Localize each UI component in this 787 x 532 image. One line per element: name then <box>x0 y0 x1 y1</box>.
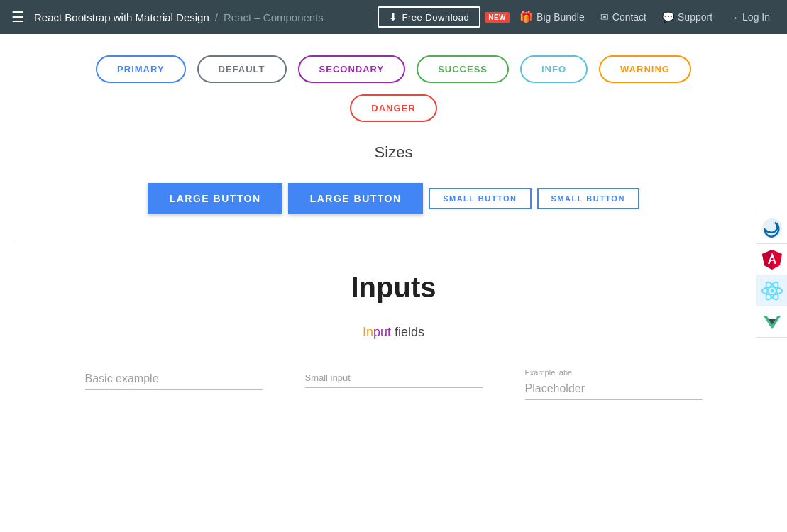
small-input[interactable] <box>305 368 483 388</box>
big-bundle-link[interactable]: 🎁 Big Bundle <box>514 8 590 26</box>
subtitle-put: put <box>373 325 391 339</box>
sizes-row: LARGE BUTTON LARGE BUTTON SMALL BUTTON S… <box>14 183 773 214</box>
vue-sidebar-btn[interactable] <box>756 306 787 338</box>
right-sidebar <box>756 213 787 338</box>
input-group-basic <box>85 368 263 400</box>
chat-icon: 💬 <box>662 11 674 23</box>
btn-success[interactable]: SUCCESS <box>417 55 509 83</box>
btn-small-outline-2[interactable]: SMALL BUTTON <box>537 188 639 209</box>
btn-large-filled-2[interactable]: LARGE BUTTON <box>288 183 423 214</box>
login-icon: → <box>728 11 739 23</box>
input-group-small <box>305 368 483 400</box>
react-sidebar-btn[interactable] <box>756 275 787 306</box>
angular-icon <box>761 248 783 271</box>
sizes-title: Sizes <box>14 143 773 162</box>
page-title: React – Components <box>224 11 324 23</box>
btn-large-filled-1[interactable]: LARGE BUTTON <box>148 183 282 214</box>
new-badge: NEW <box>485 12 510 23</box>
input-fields-subtitle: Input fields <box>14 325 773 340</box>
inputs-title: Inputs <box>14 272 773 304</box>
login-link[interactable]: → Log In <box>722 9 776 26</box>
download-icon <box>389 11 398 23</box>
react-icon <box>761 279 783 302</box>
mail-icon: ✉ <box>600 11 609 23</box>
sizes-section: Sizes LARGE BUTTON LARGE BUTTON SMALL BU… <box>14 143 773 214</box>
subtitle-in: In <box>363 325 373 339</box>
angular-sidebar-btn[interactable] <box>756 244 787 275</box>
input-fields-row: Example label <box>14 368 773 400</box>
brand-link[interactable]: React Bootstrap with Material Design <box>34 11 209 23</box>
outline-buttons-row2: DANGER <box>14 94 773 122</box>
download-label: Free Download <box>402 12 470 23</box>
main-content: PRIMARY DEFAULT SECONDARY SUCCESS INFO W… <box>0 34 787 532</box>
contact-link[interactable]: ✉ Contact <box>595 9 652 26</box>
outline-buttons-row1: PRIMARY DEFAULT SECONDARY SUCCESS INFO W… <box>14 55 773 83</box>
btn-small-outline-1[interactable]: SMALL BUTTON <box>429 188 531 209</box>
jquery-icon <box>761 217 783 240</box>
inputs-section: Inputs Input fields Example label <box>14 272 773 400</box>
hamburger-icon[interactable]: ☰ <box>11 9 24 26</box>
jquery-sidebar-btn[interactable] <box>756 213 787 244</box>
support-link[interactable]: 💬 Support <box>656 9 718 26</box>
navbar: ☰ React Bootstrap with Material Design /… <box>0 0 787 34</box>
section-divider <box>14 243 773 243</box>
svg-rect-4 <box>771 258 773 260</box>
btn-warning[interactable]: WARNING <box>599 55 691 83</box>
svg-point-8 <box>770 289 774 292</box>
btn-danger[interactable]: DANGER <box>350 94 436 122</box>
navbar-actions: Free Download NEW 🎁 Big Bundle ✉ Contact… <box>378 6 776 28</box>
breadcrumb-separator: / <box>215 11 218 23</box>
basic-input[interactable] <box>85 368 263 390</box>
btn-default[interactable]: DEFAULT <box>197 55 287 83</box>
input-group-labeled: Example label <box>525 368 703 400</box>
btn-info[interactable]: INFO <box>520 55 588 83</box>
download-button[interactable]: Free Download <box>378 6 480 28</box>
vue-icon <box>761 311 783 333</box>
example-label: Example label <box>525 368 703 377</box>
gift-icon: 🎁 <box>519 11 533 23</box>
btn-primary[interactable]: PRIMARY <box>96 55 185 83</box>
subtitle-fields: fields <box>391 325 424 339</box>
btn-secondary[interactable]: SECONDARY <box>298 55 406 83</box>
placeholder-input[interactable] <box>525 378 703 400</box>
